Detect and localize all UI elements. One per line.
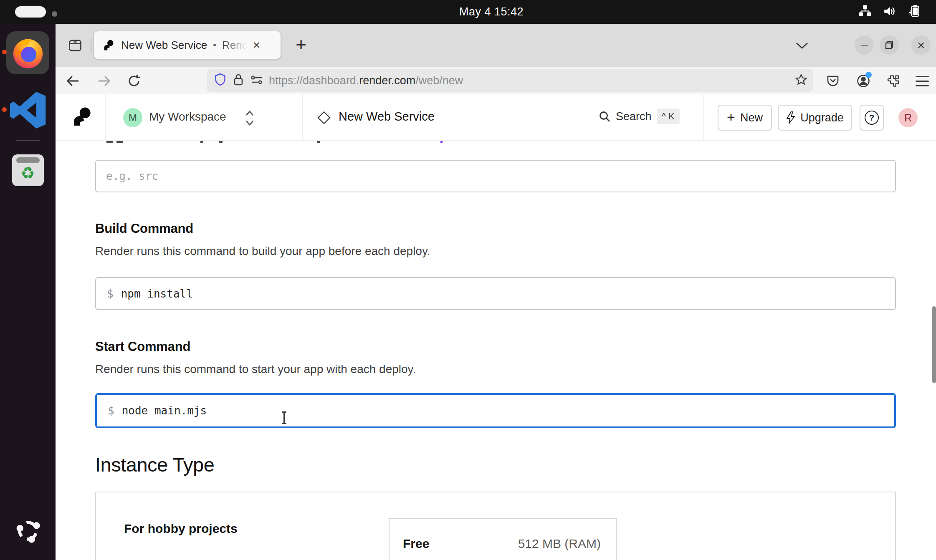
clipped-link-fragment bbox=[440, 141, 443, 143]
clipped-text-fragment bbox=[200, 141, 203, 143]
help-button[interactable]: ? bbox=[860, 105, 884, 131]
header-divider-1 bbox=[105, 94, 106, 140]
text-cursor bbox=[283, 412, 285, 423]
page-title: New Web Service bbox=[339, 110, 435, 124]
activities-pill[interactable] bbox=[15, 6, 46, 18]
tab-bar: New Web Service • Rend × + – × bbox=[56, 24, 936, 67]
start-command-description: Render runs this command to start your a… bbox=[95, 363, 416, 376]
build-command-field[interactable]: $ bbox=[95, 277, 896, 310]
instance-type-card: For hobby projects Free 512 MB (RAM) bbox=[95, 492, 896, 560]
navigation-toolbar: https://dashboard.render.com/web/new bbox=[56, 67, 936, 94]
vscode-running-dot bbox=[2, 107, 7, 112]
tab-close-button[interactable]: × bbox=[250, 38, 263, 52]
url-text[interactable]: https://dashboard.render.com/web/new bbox=[269, 74, 463, 87]
lock-icon[interactable] bbox=[233, 73, 244, 88]
new-button-label: New bbox=[740, 111, 763, 124]
extensions-icon[interactable] bbox=[884, 72, 903, 90]
account-notification-dot bbox=[865, 72, 872, 78]
workspace-name[interactable]: My Workspace bbox=[149, 110, 226, 124]
render-favicon bbox=[103, 40, 114, 51]
reload-button[interactable] bbox=[126, 73, 142, 89]
account-icon[interactable] bbox=[854, 72, 873, 90]
window-restore-button[interactable] bbox=[880, 35, 899, 55]
question-mark-icon: ? bbox=[865, 111, 879, 125]
shell-prompt: $ bbox=[108, 404, 114, 417]
user-avatar[interactable]: R bbox=[898, 108, 918, 127]
workspace-avatar[interactable]: M bbox=[123, 108, 142, 127]
url-bar[interactable]: https://dashboard.render.com/web/new bbox=[207, 69, 813, 92]
tab-title: New Web Service bbox=[121, 39, 207, 52]
dock-trash[interactable]: ♻ bbox=[6, 153, 49, 187]
trash-lid bbox=[16, 157, 40, 163]
free-plan-ram: 512 MB (RAM) bbox=[518, 537, 601, 551]
clipped-text-fragment bbox=[106, 141, 113, 143]
root-directory-field[interactable] bbox=[95, 160, 896, 192]
forward-button[interactable] bbox=[96, 73, 112, 89]
ubuntu-icon bbox=[13, 515, 43, 546]
window-minimize-button[interactable]: – bbox=[855, 35, 874, 55]
tabbar-separator bbox=[91, 39, 91, 53]
list-all-tabs-button[interactable] bbox=[793, 38, 811, 53]
system-tray[interactable] bbox=[858, 5, 923, 19]
dock-vscode[interactable] bbox=[6, 90, 49, 131]
render-app-header: M My Workspace New Web Service Search ^ … bbox=[56, 94, 936, 141]
start-command-input[interactable] bbox=[122, 395, 894, 426]
build-command-description: Render runs this command to build your a… bbox=[95, 245, 430, 258]
shell-prompt: $ bbox=[107, 288, 114, 300]
tracking-protection-icon[interactable] bbox=[214, 73, 226, 88]
render-logo[interactable] bbox=[72, 107, 92, 127]
vertical-scrollbar[interactable] bbox=[932, 306, 936, 383]
trash-icon: ♻ bbox=[12, 154, 44, 186]
dock-ubuntu-logo[interactable] bbox=[6, 515, 49, 546]
system-top-bar: May 4 15:42 bbox=[0, 0, 936, 24]
recycle-glyph: ♻ bbox=[20, 165, 35, 181]
search-icon bbox=[598, 110, 611, 123]
system-clock[interactable]: May 4 15:42 bbox=[459, 5, 524, 18]
tab-title-suffix: Rend bbox=[222, 39, 250, 52]
free-plan-option[interactable]: Free 512 MB (RAM) bbox=[389, 518, 617, 560]
clipped-text-fragment bbox=[116, 141, 123, 143]
root-directory-input[interactable] bbox=[96, 161, 895, 192]
build-command-title: Build Command bbox=[95, 221, 193, 236]
network-icon bbox=[858, 5, 872, 20]
header-divider-3 bbox=[703, 94, 704, 140]
free-plan-name: Free bbox=[403, 537, 429, 551]
firefox-view-button[interactable] bbox=[65, 35, 86, 56]
workspace-switcher-chevrons[interactable] bbox=[244, 109, 255, 129]
plus-icon: + bbox=[727, 109, 735, 125]
upgrade-button-label: Upgrade bbox=[800, 111, 844, 124]
instance-type-title: Instance Type bbox=[95, 453, 214, 476]
permissions-icon[interactable] bbox=[250, 74, 263, 87]
start-command-field[interactable]: $ bbox=[95, 393, 896, 428]
bookmark-star-icon[interactable] bbox=[795, 73, 807, 88]
dock-firefox[interactable] bbox=[6, 31, 49, 74]
new-tab-button[interactable]: + bbox=[289, 33, 313, 56]
menu-icon[interactable] bbox=[913, 72, 931, 90]
volume-icon bbox=[883, 5, 897, 20]
lightning-icon bbox=[786, 111, 795, 124]
workspace-dot-icon bbox=[52, 11, 57, 17]
tab-title-dot: • bbox=[213, 40, 216, 50]
firefox-running-dot bbox=[2, 50, 7, 54]
pocket-icon[interactable] bbox=[824, 72, 842, 90]
start-command-title: Start Command bbox=[95, 339, 190, 354]
page-content: Build Command Render runs this command t… bbox=[56, 141, 936, 560]
search-button[interactable]: Search ^ K bbox=[598, 108, 680, 124]
vscode-icon bbox=[9, 91, 47, 129]
clipped-text-fragment bbox=[317, 141, 320, 143]
active-tab[interactable]: New Web Service • Rend × bbox=[94, 31, 281, 59]
search-label: Search bbox=[616, 110, 652, 123]
back-button[interactable] bbox=[65, 73, 81, 89]
service-diamond-icon bbox=[317, 111, 330, 124]
new-button[interactable]: + New bbox=[718, 105, 772, 131]
clipped-text-fragment bbox=[219, 141, 223, 143]
search-shortcut: ^ K bbox=[657, 108, 680, 124]
build-command-input[interactable] bbox=[121, 278, 895, 309]
battery-icon bbox=[908, 5, 923, 20]
window-close-button[interactable]: × bbox=[911, 35, 931, 55]
header-divider-2 bbox=[302, 94, 303, 140]
ubuntu-dock: ♻ bbox=[0, 24, 56, 560]
firefox-window: New Web Service • Rend × + – × bbox=[56, 24, 936, 560]
firefox-icon bbox=[10, 35, 46, 71]
upgrade-button[interactable]: Upgrade bbox=[778, 105, 852, 131]
